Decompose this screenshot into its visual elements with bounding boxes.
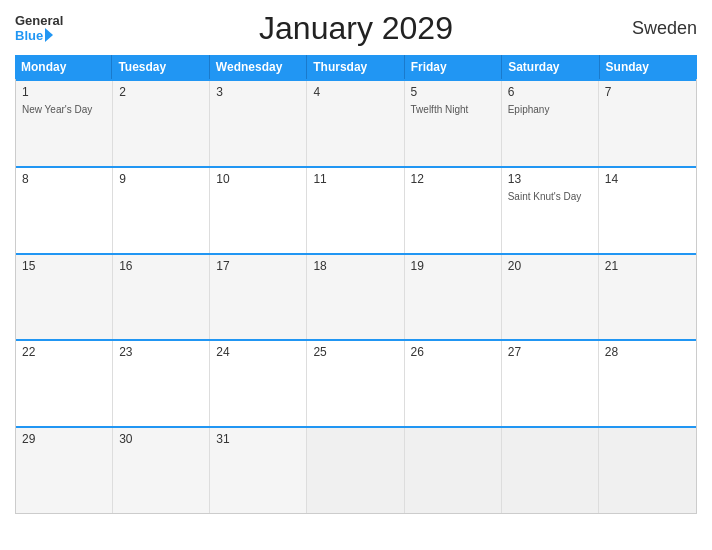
day-number: 17 bbox=[216, 259, 300, 273]
cell-w1-sun: 7 bbox=[599, 81, 696, 166]
day-number: 25 bbox=[313, 345, 397, 359]
cell-w5-mon: 29 bbox=[16, 428, 113, 513]
day-number: 1 bbox=[22, 85, 106, 99]
day-number: 11 bbox=[313, 172, 397, 186]
cell-w2-tue: 9 bbox=[113, 168, 210, 253]
cell-w2-fri: 12 bbox=[405, 168, 502, 253]
day-number: 18 bbox=[313, 259, 397, 273]
cell-w3-sun: 21 bbox=[599, 255, 696, 340]
day-number: 12 bbox=[411, 172, 495, 186]
cell-event: Twelfth Night bbox=[411, 104, 469, 115]
day-number: 28 bbox=[605, 345, 690, 359]
cell-w4-mon: 22 bbox=[16, 341, 113, 426]
day-number: 27 bbox=[508, 345, 592, 359]
cell-w3-thu: 18 bbox=[307, 255, 404, 340]
cell-w2-wed: 10 bbox=[210, 168, 307, 253]
cell-w3-tue: 16 bbox=[113, 255, 210, 340]
cell-w3-sat: 20 bbox=[502, 255, 599, 340]
day-number: 30 bbox=[119, 432, 203, 446]
cell-w3-fri: 19 bbox=[405, 255, 502, 340]
day-number: 22 bbox=[22, 345, 106, 359]
cell-w3-mon: 15 bbox=[16, 255, 113, 340]
cell-w2-mon: 8 bbox=[16, 168, 113, 253]
day-header-friday: Friday bbox=[405, 55, 502, 79]
days-header: Monday Tuesday Wednesday Thursday Friday… bbox=[15, 55, 697, 79]
day-number: 6 bbox=[508, 85, 592, 99]
cell-w5-tue: 30 bbox=[113, 428, 210, 513]
cell-w1-thu: 4 bbox=[307, 81, 404, 166]
day-number: 29 bbox=[22, 432, 106, 446]
day-number: 7 bbox=[605, 85, 690, 99]
day-number: 20 bbox=[508, 259, 592, 273]
cell-event: Saint Knut's Day bbox=[508, 191, 582, 202]
day-number: 2 bbox=[119, 85, 203, 99]
calendar-week-2: 8 9 10 11 12 13 Saint Knut's Day 14 bbox=[16, 166, 696, 253]
cell-w1-tue: 2 bbox=[113, 81, 210, 166]
cell-w5-wed: 31 bbox=[210, 428, 307, 513]
cell-event: New Year's Day bbox=[22, 104, 92, 115]
calendar-week-5: 29 30 31 bbox=[16, 426, 696, 513]
cell-w5-sun bbox=[599, 428, 696, 513]
cell-w1-fri: 5 Twelfth Night bbox=[405, 81, 502, 166]
day-number: 10 bbox=[216, 172, 300, 186]
day-number: 14 bbox=[605, 172, 690, 186]
day-number: 21 bbox=[605, 259, 690, 273]
day-header-sunday: Sunday bbox=[600, 55, 697, 79]
cell-w3-wed: 17 bbox=[210, 255, 307, 340]
calendar-week-1: 1 New Year's Day 2 3 4 5 Twelfth Night 6… bbox=[16, 79, 696, 166]
day-number: 4 bbox=[313, 85, 397, 99]
calendar-title: January 2029 bbox=[105, 10, 607, 47]
cell-w2-sat: 13 Saint Knut's Day bbox=[502, 168, 599, 253]
cell-w2-thu: 11 bbox=[307, 168, 404, 253]
day-number: 8 bbox=[22, 172, 106, 186]
cell-w2-sun: 14 bbox=[599, 168, 696, 253]
cell-w4-fri: 26 bbox=[405, 341, 502, 426]
calendar-grid: 1 New Year's Day 2 3 4 5 Twelfth Night 6… bbox=[15, 79, 697, 514]
logo-blue-text: Blue bbox=[15, 29, 43, 43]
day-number: 3 bbox=[216, 85, 300, 99]
cell-w5-sat bbox=[502, 428, 599, 513]
calendar-week-3: 15 16 17 18 19 20 21 bbox=[16, 253, 696, 340]
day-header-monday: Monday bbox=[15, 55, 112, 79]
cell-w4-sun: 28 bbox=[599, 341, 696, 426]
day-number: 16 bbox=[119, 259, 203, 273]
logo-general-text: General bbox=[15, 14, 63, 28]
calendar-week-4: 22 23 24 25 26 27 28 bbox=[16, 339, 696, 426]
cell-w5-fri bbox=[405, 428, 502, 513]
cell-w1-sat: 6 Epiphany bbox=[502, 81, 599, 166]
day-number: 5 bbox=[411, 85, 495, 99]
calendar-header: General Blue January 2029 Sweden bbox=[15, 10, 697, 47]
cell-w5-thu bbox=[307, 428, 404, 513]
cell-event: Epiphany bbox=[508, 104, 550, 115]
cell-w4-thu: 25 bbox=[307, 341, 404, 426]
logo: General Blue bbox=[15, 14, 105, 43]
cell-w1-mon: 1 New Year's Day bbox=[16, 81, 113, 166]
day-number: 31 bbox=[216, 432, 300, 446]
cell-w4-wed: 24 bbox=[210, 341, 307, 426]
day-header-tuesday: Tuesday bbox=[112, 55, 209, 79]
day-number: 19 bbox=[411, 259, 495, 273]
logo-triangle-icon bbox=[45, 28, 53, 42]
cell-w4-sat: 27 bbox=[502, 341, 599, 426]
day-number: 15 bbox=[22, 259, 106, 273]
day-number: 24 bbox=[216, 345, 300, 359]
day-header-thursday: Thursday bbox=[307, 55, 404, 79]
day-number: 13 bbox=[508, 172, 592, 186]
day-number: 9 bbox=[119, 172, 203, 186]
cell-w1-wed: 3 bbox=[210, 81, 307, 166]
country-label: Sweden bbox=[607, 18, 697, 39]
day-header-wednesday: Wednesday bbox=[210, 55, 307, 79]
calendar-container: General Blue January 2029 Sweden Monday … bbox=[0, 0, 712, 550]
day-header-saturday: Saturday bbox=[502, 55, 599, 79]
day-number: 23 bbox=[119, 345, 203, 359]
day-number: 26 bbox=[411, 345, 495, 359]
cell-w4-tue: 23 bbox=[113, 341, 210, 426]
